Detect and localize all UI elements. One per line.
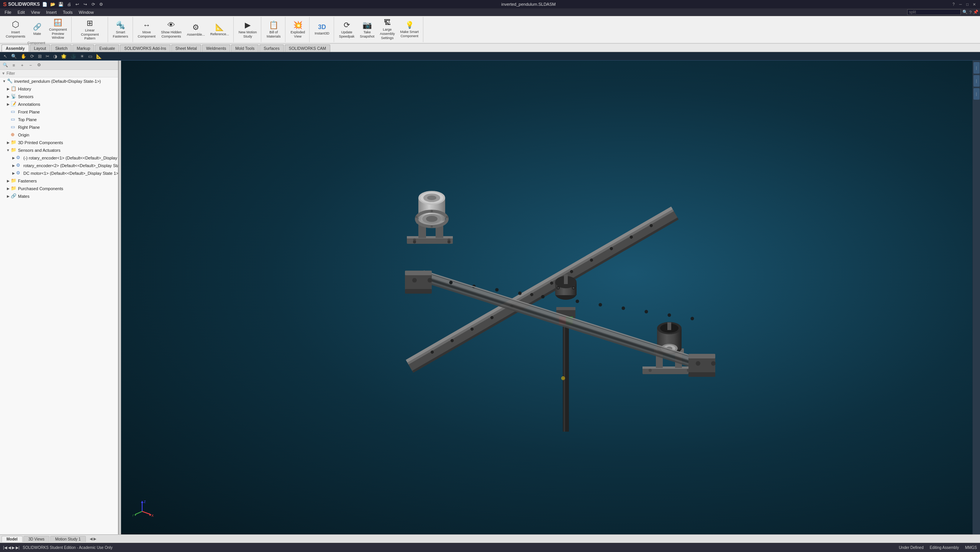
bom-btn[interactable]: 📋 Bill ofMaterials (264, 18, 283, 41)
tab-markup[interactable]: Markup (72, 44, 94, 52)
expand-history[interactable]: ▶ (5, 86, 11, 92)
tree-item-3dprinted[interactable]: ▶ 📁 3D Printed Components (0, 139, 118, 146)
expand-rotary1[interactable]: ▶ (11, 155, 16, 161)
close-btn[interactable]: ✕ (972, 2, 977, 7)
search-icon[interactable]: 🔍 (962, 10, 968, 15)
tree-btn-list[interactable]: ≡ (10, 62, 18, 69)
tree-item-dc-motor[interactable]: ▶ ⚙ DC motor<1> (Default<<Default>_Displ… (0, 169, 118, 177)
maximize-btn[interactable]: □ (965, 2, 970, 7)
view-icon-section[interactable]: ✂ (44, 53, 51, 59)
reference-btn[interactable]: 📐 Reference... (208, 18, 231, 41)
tree-item-annotations[interactable]: ▶ 📝 Annotations (0, 100, 118, 108)
tree-item-right-plane[interactable]: ▭ Right Plane (0, 123, 118, 131)
view-icon-ambient[interactable]: ☀ (79, 53, 85, 59)
nav-prev[interactable]: ◀ (90, 537, 93, 541)
tree-btn-expand[interactable]: + (18, 62, 26, 69)
nav-btn-last[interactable]: ▶| (16, 545, 20, 550)
view-icon-appearance[interactable]: ◑ (52, 53, 58, 59)
move-component-btn[interactable]: ↔ MoveComponent (136, 18, 158, 41)
expand-dc-motor[interactable]: ▶ (11, 171, 16, 176)
new-motion-study-btn[interactable]: ▶ New MotionStudy (237, 18, 259, 41)
menu-file[interactable]: File (2, 9, 15, 15)
view-icon-realview[interactable]: 🌟 (60, 53, 68, 59)
exploded-view-btn[interactable]: 💥 ExplodedView (288, 18, 307, 41)
show-hidden-btn[interactable]: 👁 Show HiddenComponents (159, 18, 184, 41)
undo-btn[interactable]: ↩ (74, 1, 80, 8)
expand-3dprinted[interactable]: ▶ (5, 140, 11, 145)
expand-root[interactable]: ▼ (2, 79, 7, 84)
tree-item-purchased[interactable]: ▶ 📁 Purchased Components (0, 185, 118, 192)
tab-sheet-metal[interactable]: Sheet Metal (171, 44, 201, 52)
take-snapshot-btn[interactable]: 📷 TakeSnapshot (358, 18, 376, 41)
viewport[interactable]: ⊕ Z X (121, 61, 972, 534)
tree-item-fasteners[interactable]: ▶ 📁 Fasteners (0, 177, 118, 185)
make-smart-btn[interactable]: 💡 Make SmartComponent (398, 18, 421, 41)
tree-item-rotary-encoder1[interactable]: ▶ ⚙ (-) rotary_encoder<1> (Default<<Defa… (0, 154, 118, 162)
expand-fasteners[interactable]: ▶ (5, 178, 11, 184)
view-icon-zoom[interactable]: 🔍 (10, 53, 18, 59)
right-panel-btn-2[interactable]: │ (973, 75, 980, 87)
instant3d-btn[interactable]: 3D Instant3D (313, 18, 331, 41)
view-icon-floor[interactable]: ▭ (87, 53, 93, 59)
save-btn[interactable]: 💾 (57, 1, 64, 8)
tree-item-root[interactable]: ▼ 🔧 inverted_pendulum (Default<Display S… (0, 77, 118, 85)
nav-btn-first[interactable]: |◀ (3, 545, 7, 550)
assembly-btn[interactable]: ⚙ Assemble... (185, 18, 207, 41)
nav-next[interactable]: ▶ (93, 537, 97, 541)
search-input[interactable] (907, 9, 961, 15)
tree-item-sensors-actuators[interactable]: ▼ 📁 Sensors and Actuators (0, 146, 118, 154)
right-panel-btn-3[interactable]: │ (973, 88, 980, 100)
expand-annotations[interactable]: ▶ (5, 102, 11, 107)
expand-purchased[interactable]: ▶ (5, 186, 11, 191)
tab-surfaces[interactable]: Surfaces (259, 44, 284, 52)
print-btn[interactable]: 🖨 (66, 1, 72, 8)
menu-window[interactable]: Window (76, 9, 97, 15)
expand-sensors[interactable]: ▶ (5, 94, 11, 99)
menu-insert[interactable]: Insert (43, 9, 60, 15)
menu-tools[interactable]: Tools (60, 9, 76, 15)
view-icon-rotate[interactable]: ⟳ (29, 53, 35, 59)
minimize-btn[interactable]: ─ (958, 2, 963, 7)
tree-item-front-plane[interactable]: ▭ Front Plane (0, 108, 118, 116)
tab-solidworks-cam[interactable]: SOLIDWORKS CAM (285, 44, 330, 52)
tree-item-sensors[interactable]: ▶ 📡 Sensors (0, 93, 118, 100)
tab-weldments[interactable]: Weldments (202, 44, 230, 52)
tree-item-top-plane[interactable]: ▭ Top Plane (0, 116, 118, 123)
tree-item-rotary-encoder2[interactable]: ▶ ⚙ rotary_encoder<2> (Default<<Default>… (0, 162, 118, 169)
tree-item-history[interactable]: ▶ 📋 History (0, 85, 118, 93)
view-icon-select[interactable]: ↖ (2, 53, 8, 59)
tab-mold-tools[interactable]: Mold Tools (231, 44, 259, 52)
tree-item-origin[interactable]: ⊕ Origin (0, 131, 118, 139)
smart-fasteners-btn[interactable]: 🔩 SmartFasteners (111, 18, 130, 41)
bottom-tab-model[interactable]: Model (2, 536, 23, 542)
update-speedpak-btn[interactable]: ⟳ UpdateSpeedpak (337, 18, 357, 41)
view-icon-fit[interactable]: ⊞ (37, 53, 43, 59)
expand-mates[interactable]: ▶ (5, 194, 11, 199)
tree-btn-collapse[interactable]: − (27, 62, 34, 69)
bottom-tab-motion-study[interactable]: Motion Study 1 (50, 536, 86, 542)
tree-btn-settings[interactable]: ⚙ (35, 62, 43, 69)
tab-sketch[interactable]: Sketch (51, 44, 72, 52)
tab-solidworks-addins[interactable]: SOLIDWORKS Add-Ins (120, 44, 170, 52)
component-preview-btn[interactable]: 🪟 ComponentPreviewWindow (47, 18, 69, 41)
tab-evaluate[interactable]: Evaluate (95, 44, 119, 52)
view-icon-shadows[interactable]: 🌑 (69, 53, 77, 59)
view-icon-perspective[interactable]: 📐 (95, 53, 103, 59)
nav-btn-prev[interactable]: ◀ (8, 545, 11, 550)
rebuild-btn[interactable]: ⟳ (90, 1, 97, 8)
menu-view[interactable]: View (28, 9, 43, 15)
right-panel-btn-1[interactable]: │ (973, 62, 980, 74)
options-btn[interactable]: ⚙ (98, 1, 105, 8)
expand-rotary2[interactable]: ▶ (11, 163, 16, 168)
open-btn[interactable]: 📂 (49, 1, 56, 8)
redo-btn[interactable]: ↪ (82, 1, 88, 8)
large-assembly-btn[interactable]: 🏗 LargeAssemblySettings (378, 18, 397, 41)
mate-btn[interactable]: 🔗 Mate (29, 18, 46, 40)
new-btn[interactable]: 📄 (41, 1, 48, 8)
tab-assembly[interactable]: Assembly (2, 44, 29, 52)
menu-edit[interactable]: Edit (15, 9, 28, 15)
bottom-tab-3dviews[interactable]: 3D Views (23, 536, 49, 542)
tree-btn-filter[interactable]: 🔍 (2, 62, 9, 69)
pin-icon[interactable]: 📌 (973, 10, 978, 15)
insert-components-btn[interactable]: ⬡ InsertComponents (4, 18, 27, 41)
